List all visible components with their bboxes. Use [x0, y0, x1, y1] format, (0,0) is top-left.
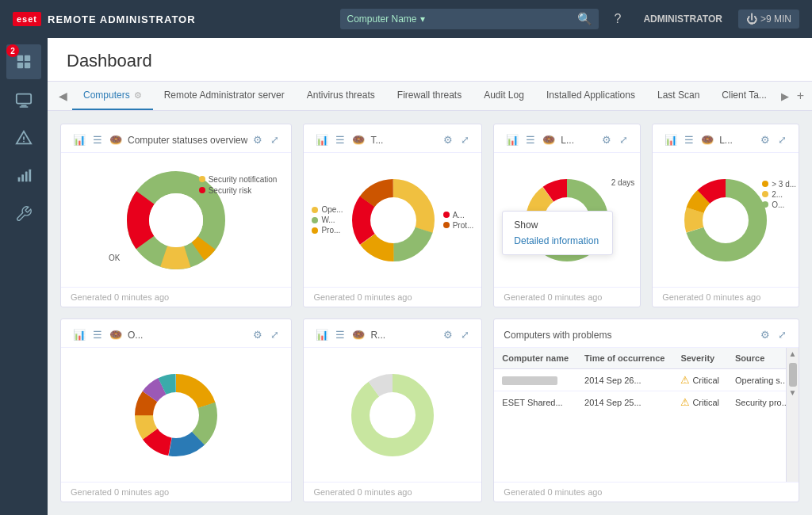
svg-rect-1: [25, 55, 30, 61]
detailed-info-link[interactable]: Detailed information: [514, 235, 599, 246]
user-label[interactable]: ADMINISTRATOR: [637, 10, 729, 28]
row1-source: Operating s...: [727, 369, 786, 391]
scrollbar-thumb[interactable]: [789, 363, 797, 387]
card-problems-expand-icon[interactable]: ⤢: [776, 327, 789, 342]
tab-audit-label: Audit Log: [484, 90, 524, 101]
card6-list-icon[interactable]: ☰: [333, 327, 347, 342]
tab-client-tasks[interactable]: Client Ta...: [710, 82, 777, 110]
card-settings-icon[interactable]: ⚙: [251, 132, 265, 147]
tab-antivirus-threats[interactable]: Antivirus threats: [296, 82, 386, 110]
tab-computers-gear-icon[interactable]: ⚙: [134, 90, 142, 101]
card4-pie-icon[interactable]: 🍩: [699, 132, 716, 147]
reports-icon: [15, 167, 33, 185]
tabs-bar: ◀ Computers ⚙ Remote Administrator serve…: [48, 82, 812, 111]
legend-security-notification: Security notification: [199, 175, 278, 184]
card5-list-icon[interactable]: ☰: [90, 327, 105, 342]
tab-remote-admin-server[interactable]: Remote Administrator server: [153, 82, 296, 110]
dashboard-grid: 📊 ☰ 🍩 Computer statuses overview ⚙ ⤢: [48, 111, 812, 515]
card3: 📊 ☰ 🍩 L... ⚙ ⤢: [493, 124, 641, 307]
legend-2: 2...: [762, 190, 796, 199]
svg-point-8: [23, 141, 25, 143]
scroll-down-arrow[interactable]: ▼: [787, 387, 799, 399]
legend-o: O...: [762, 200, 796, 209]
card3-footer: Generated 0 minutes ago: [494, 287, 640, 307]
legend-a: A...: [443, 211, 474, 219]
card5-chart-icon[interactable]: 📊: [71, 327, 88, 342]
list-icon[interactable]: ☰: [90, 132, 105, 147]
svg-point-23: [370, 197, 416, 243]
card6-settings-icon[interactable]: ⚙: [441, 327, 455, 342]
card6-expand-icon[interactable]: ⤢: [458, 327, 472, 342]
sidebar: 2: [0, 38, 48, 515]
card2-list-icon[interactable]: ☰: [333, 132, 347, 147]
col-time: Time of occurrence: [576, 348, 672, 369]
tabs-more-button[interactable]: ▶: [778, 84, 792, 109]
search-filter-label[interactable]: Computer Name ▾: [347, 13, 424, 25]
sidebar-item-reports[interactable]: [6, 158, 41, 193]
card4-chart-icon[interactable]: 📊: [662, 132, 680, 147]
legend-3d: > 3 d...: [762, 180, 796, 189]
sidebar-item-alerts[interactable]: [6, 120, 41, 155]
card5-settings-icon[interactable]: ⚙: [251, 327, 265, 342]
card5-header: 📊 ☰ 🍩 O... ⚙ ⤢: [61, 319, 291, 348]
card2-pie-icon[interactable]: 🍩: [350, 132, 367, 147]
card6-chart-icon[interactable]: 📊: [313, 327, 331, 342]
tab-installed-apps[interactable]: Installed Applications: [535, 82, 646, 110]
card3-settings-icon[interactable]: ⚙: [599, 132, 614, 147]
card4-expand-icon[interactable]: ⤢: [776, 132, 789, 147]
session-info[interactable]: ⏻ >9 MIN: [738, 10, 799, 29]
legend-w: W...: [312, 216, 343, 224]
search-input[interactable]: [430, 13, 573, 25]
sidebar-item-computers[interactable]: [6, 82, 41, 117]
sidebar-item-tools[interactable]: [6, 196, 41, 231]
card3-pie-icon[interactable]: 🍩: [540, 132, 557, 147]
row1-name: [494, 369, 576, 391]
card2-settings-icon[interactable]: ⚙: [441, 132, 455, 147]
problems-scrollbar[interactable]: ▲ ▼: [786, 348, 799, 482]
tab-remote-admin-label: Remote Administrator server: [164, 90, 285, 101]
card-expand-icon[interactable]: ⤢: [268, 132, 282, 147]
tab-audit-log[interactable]: Audit Log: [473, 82, 535, 110]
card4-list-icon[interactable]: ☰: [682, 132, 696, 147]
card3-list-icon[interactable]: ☰: [523, 132, 538, 147]
chart-bar-icon[interactable]: 📊: [71, 132, 88, 147]
scroll-up-arrow[interactable]: ▲: [787, 348, 799, 360]
card3-chart-icon[interactable]: 📊: [504, 132, 521, 147]
legend-security-risk: Security risk: [199, 186, 278, 195]
card5: 📊 ☰ 🍩 O... ⚙ ⤢: [60, 319, 292, 502]
main-content: Dashboard ◀ Computers ⚙ Remote Administr…: [48, 38, 812, 515]
card4-donut: [682, 177, 769, 264]
tooltip-card: Show Detailed information: [502, 211, 613, 255]
table-row: 2014 Sep 26... ⚠Critical Operating s... …: [494, 369, 786, 391]
card3-expand-icon[interactable]: ⤢: [617, 132, 630, 147]
logo-box: eset: [13, 12, 41, 26]
tabs-collapse-button[interactable]: ◀: [54, 83, 72, 109]
show-label: Show: [514, 219, 601, 231]
tabs-add-button[interactable]: +: [792, 82, 809, 109]
tab-last-scan[interactable]: Last Scan: [646, 82, 710, 110]
card4-settings-icon[interactable]: ⚙: [758, 132, 772, 147]
chart-pie-icon[interactable]: 🍩: [107, 132, 124, 147]
search-icon[interactable]: 🔍: [577, 12, 592, 26]
tab-firewall-threats[interactable]: Firewall threats: [386, 82, 473, 110]
search-bar: Computer Name ▾ 🔍: [340, 9, 598, 29]
svg-rect-0: [17, 55, 23, 61]
card6-footer: Generated 0 minutes ago: [304, 482, 481, 502]
card6-pie-icon[interactable]: 🍩: [350, 327, 367, 342]
card5-pie-icon[interactable]: 🍩: [107, 327, 124, 342]
tab-antivirus-label: Antivirus threats: [307, 90, 375, 101]
tab-computers[interactable]: Computers ⚙: [72, 82, 153, 110]
card5-expand-icon[interactable]: ⤢: [268, 327, 282, 342]
problems-table-wrapper[interactable]: Computer name Time of occurrence Severit…: [494, 348, 786, 482]
help-icon[interactable]: ?: [608, 9, 628, 29]
card6-title: R...: [370, 330, 438, 341]
card2-chart-icon[interactable]: 📊: [313, 132, 331, 147]
app-logo: eset REMOTE ADMINISTRATOR: [13, 12, 196, 26]
svg-rect-2: [17, 63, 23, 68]
svg-rect-6: [20, 106, 29, 107]
card6-body: [304, 348, 481, 482]
card2-expand-icon[interactable]: ⤢: [458, 132, 472, 147]
card-problems-settings-icon[interactable]: ⚙: [758, 327, 772, 342]
dashboard-icon: [15, 53, 33, 71]
card3-title: L...: [561, 135, 596, 146]
